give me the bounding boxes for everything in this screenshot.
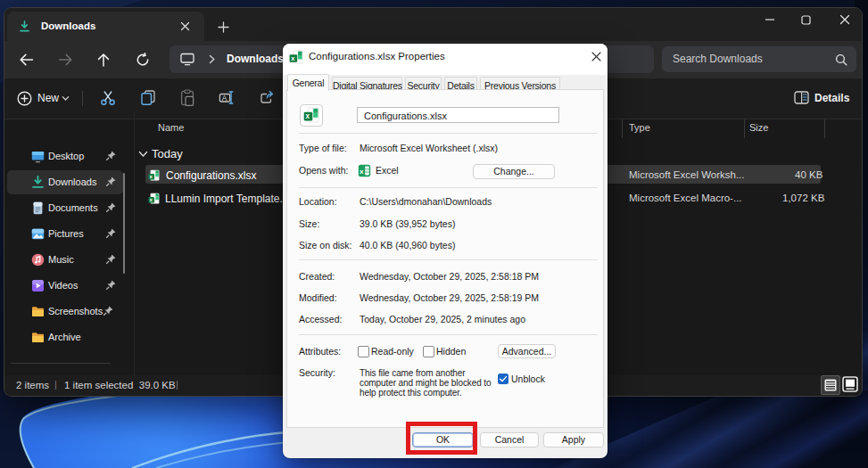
svg-text:A: A	[222, 94, 227, 103]
svg-text:x: x	[360, 167, 364, 175]
svg-text:x: x	[306, 112, 310, 120]
